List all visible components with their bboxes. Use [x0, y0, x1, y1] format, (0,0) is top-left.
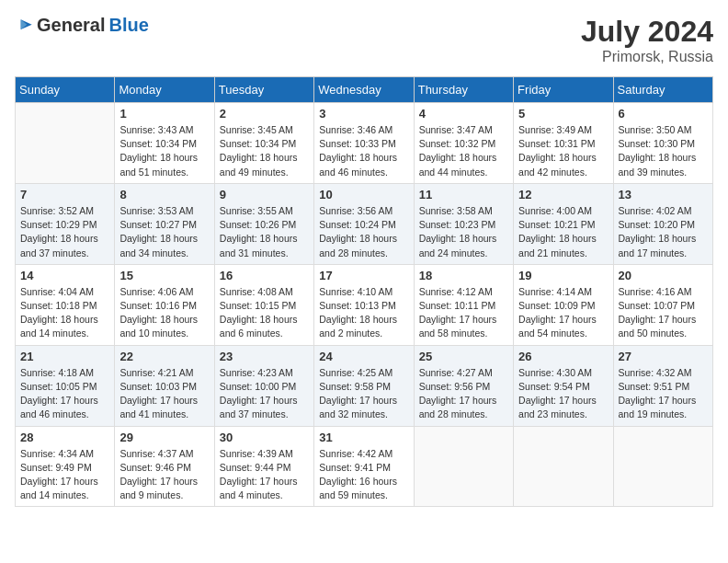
calendar-day-cell	[613, 426, 712, 507]
day-info: Sunrise: 3:50 AMSunset: 10:30 PMDaylight…	[619, 123, 708, 179]
day-number: 3	[319, 107, 408, 121]
day-info: Sunrise: 3:55 AMSunset: 10:26 PMDaylight…	[220, 204, 309, 260]
weekday-header-row: SundayMondayTuesdayWednesdayThursdayFrid…	[16, 77, 713, 103]
calendar-day-cell: 2Sunrise: 3:45 AMSunset: 10:34 PMDayligh…	[214, 103, 313, 184]
day-number: 27	[619, 350, 708, 363]
day-number: 11	[419, 188, 508, 201]
calendar-day-cell: 29Sunrise: 4:37 AMSunset: 9:46 PMDayligh…	[115, 426, 214, 507]
day-number: 10	[319, 188, 408, 201]
day-number: 24	[319, 350, 408, 363]
calendar-day-cell: 13Sunrise: 4:02 AMSunset: 10:20 PMDaylig…	[613, 183, 712, 264]
calendar-day-cell: 27Sunrise: 4:32 AMSunset: 9:51 PMDayligh…	[613, 345, 712, 426]
day-number: 15	[119, 269, 209, 282]
day-info: Sunrise: 4:23 AMSunset: 10:00 PMDaylight…	[220, 366, 309, 422]
day-info: Sunrise: 4:30 AMSunset: 9:54 PMDaylight:…	[518, 366, 608, 422]
weekday-header-tuesday: Tuesday	[214, 77, 313, 103]
month-year-title: July 2024	[581, 15, 713, 49]
day-number: 21	[20, 350, 109, 363]
calendar-day-cell: 20Sunrise: 4:16 AMSunset: 10:07 PMDaylig…	[613, 264, 712, 345]
day-number: 16	[220, 269, 309, 282]
day-number: 28	[20, 431, 109, 444]
calendar-day-cell: 12Sunrise: 4:00 AMSunset: 10:21 PMDaylig…	[514, 183, 613, 264]
day-number: 26	[518, 350, 608, 363]
logo: General Blue	[15, 15, 149, 36]
weekday-header-wednesday: Wednesday	[314, 77, 414, 103]
day-info: Sunrise: 4:32 AMSunset: 9:51 PMDaylight:…	[619, 366, 708, 422]
calendar-day-cell: 9Sunrise: 3:55 AMSunset: 10:26 PMDayligh…	[214, 183, 313, 264]
calendar-day-cell: 21Sunrise: 4:18 AMSunset: 10:05 PMDaylig…	[16, 345, 115, 426]
location-subtitle: Primorsk, Russia	[581, 49, 713, 65]
day-info: Sunrise: 4:14 AMSunset: 10:09 PMDaylight…	[518, 285, 608, 341]
weekday-header-monday: Monday	[115, 77, 214, 103]
calendar-day-cell: 7Sunrise: 3:52 AMSunset: 10:29 PMDayligh…	[16, 183, 115, 264]
day-info: Sunrise: 4:12 AMSunset: 10:11 PMDaylight…	[419, 285, 508, 341]
day-number: 4	[419, 107, 508, 121]
day-number: 31	[319, 431, 408, 444]
day-info: Sunrise: 4:34 AMSunset: 9:49 PMDaylight:…	[20, 447, 109, 503]
calendar-day-cell: 15Sunrise: 4:06 AMSunset: 10:16 PMDaylig…	[115, 264, 214, 345]
calendar-day-cell: 23Sunrise: 4:23 AMSunset: 10:00 PMDaylig…	[214, 345, 313, 426]
calendar-day-cell: 24Sunrise: 4:25 AMSunset: 9:58 PMDayligh…	[314, 345, 414, 426]
calendar-day-cell: 19Sunrise: 4:14 AMSunset: 10:09 PMDaylig…	[514, 264, 613, 345]
day-number: 19	[518, 269, 608, 282]
day-number: 14	[20, 269, 109, 282]
day-info: Sunrise: 3:52 AMSunset: 10:29 PMDaylight…	[20, 204, 109, 260]
day-info: Sunrise: 3:56 AMSunset: 10:24 PMDaylight…	[319, 204, 408, 260]
day-info: Sunrise: 3:43 AMSunset: 10:34 PMDaylight…	[119, 123, 209, 179]
day-number: 8	[119, 188, 209, 201]
day-number: 2	[220, 107, 309, 121]
day-info: Sunrise: 4:18 AMSunset: 10:05 PMDaylight…	[20, 366, 109, 422]
calendar-day-cell	[514, 426, 613, 507]
day-info: Sunrise: 3:58 AMSunset: 10:23 PMDaylight…	[419, 204, 508, 260]
calendar-day-cell: 3Sunrise: 3:46 AMSunset: 10:33 PMDayligh…	[314, 103, 414, 184]
day-number: 22	[119, 350, 209, 363]
day-info: Sunrise: 4:42 AMSunset: 9:41 PMDaylight:…	[319, 447, 408, 503]
logo-blue-text: Blue	[108, 15, 148, 36]
day-number: 30	[220, 431, 309, 444]
day-number: 9	[220, 188, 309, 201]
calendar-day-cell: 10Sunrise: 3:56 AMSunset: 10:24 PMDaylig…	[314, 183, 414, 264]
day-info: Sunrise: 4:02 AMSunset: 10:20 PMDaylight…	[619, 204, 708, 260]
calendar-day-cell: 25Sunrise: 4:27 AMSunset: 9:56 PMDayligh…	[414, 345, 513, 426]
day-number: 17	[319, 269, 408, 282]
day-number: 7	[20, 188, 109, 201]
day-info: Sunrise: 3:46 AMSunset: 10:33 PMDaylight…	[319, 123, 408, 179]
calendar-week-row: 21Sunrise: 4:18 AMSunset: 10:05 PMDaylig…	[16, 345, 713, 426]
day-info: Sunrise: 4:04 AMSunset: 10:18 PMDaylight…	[20, 285, 109, 341]
calendar-day-cell: 30Sunrise: 4:39 AMSunset: 9:44 PMDayligh…	[214, 426, 313, 507]
logo-general-text: General	[37, 15, 105, 36]
day-info: Sunrise: 3:53 AMSunset: 10:27 PMDaylight…	[119, 204, 209, 260]
day-info: Sunrise: 4:10 AMSunset: 10:13 PMDaylight…	[319, 285, 408, 341]
weekday-header-thursday: Thursday	[414, 77, 513, 103]
day-info: Sunrise: 4:06 AMSunset: 10:16 PMDaylight…	[119, 285, 209, 341]
day-number: 25	[419, 350, 508, 363]
day-number: 23	[220, 350, 309, 363]
calendar-day-cell: 5Sunrise: 3:49 AMSunset: 10:31 PMDayligh…	[514, 103, 613, 184]
day-info: Sunrise: 4:08 AMSunset: 10:15 PMDaylight…	[220, 285, 309, 341]
calendar-day-cell: 28Sunrise: 4:34 AMSunset: 9:49 PMDayligh…	[16, 426, 115, 507]
day-number: 5	[518, 107, 608, 121]
calendar-day-cell	[414, 426, 513, 507]
calendar-week-row: 28Sunrise: 4:34 AMSunset: 9:49 PMDayligh…	[16, 426, 713, 507]
calendar-day-cell: 16Sunrise: 4:08 AMSunset: 10:15 PMDaylig…	[214, 264, 313, 345]
day-number: 18	[419, 269, 508, 282]
day-number: 6	[619, 107, 708, 121]
calendar-week-row: 7Sunrise: 3:52 AMSunset: 10:29 PMDayligh…	[16, 183, 713, 264]
calendar-day-cell: 4Sunrise: 3:47 AMSunset: 10:32 PMDayligh…	[414, 103, 513, 184]
calendar-day-cell: 18Sunrise: 4:12 AMSunset: 10:11 PMDaylig…	[414, 264, 513, 345]
day-info: Sunrise: 3:49 AMSunset: 10:31 PMDaylight…	[518, 123, 608, 179]
page-header: General Blue July 2024 Primorsk, Russia	[15, 15, 713, 65]
day-number: 12	[518, 188, 608, 201]
title-block: July 2024 Primorsk, Russia	[581, 15, 713, 65]
day-info: Sunrise: 4:27 AMSunset: 9:56 PMDaylight:…	[419, 366, 508, 422]
day-info: Sunrise: 4:00 AMSunset: 10:21 PMDaylight…	[518, 204, 608, 260]
day-info: Sunrise: 4:37 AMSunset: 9:46 PMDaylight:…	[119, 447, 209, 503]
calendar-day-cell: 17Sunrise: 4:10 AMSunset: 10:13 PMDaylig…	[314, 264, 414, 345]
weekday-header-sunday: Sunday	[16, 77, 115, 103]
day-number: 1	[119, 107, 209, 121]
logo-icon	[15, 17, 33, 35]
day-info: Sunrise: 4:39 AMSunset: 9:44 PMDaylight:…	[220, 447, 309, 503]
day-info: Sunrise: 3:45 AMSunset: 10:34 PMDaylight…	[220, 123, 309, 179]
calendar-week-row: 14Sunrise: 4:04 AMSunset: 10:18 PMDaylig…	[16, 264, 713, 345]
calendar-table: SundayMondayTuesdayWednesdayThursdayFrid…	[15, 76, 713, 507]
